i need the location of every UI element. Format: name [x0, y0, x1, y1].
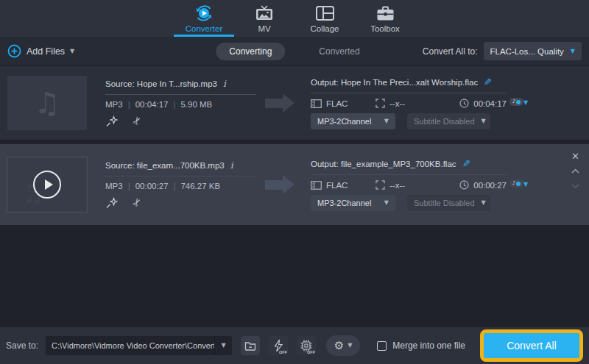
audio-track-value: MP3-2Channel — [317, 199, 371, 207]
out-format: FLAC — [326, 99, 348, 108]
convert-arrow-icon — [265, 175, 299, 194]
gear-icon: ⚙ — [334, 340, 344, 351]
path-caret-icon: ▼ — [214, 336, 232, 355]
rename-icon[interactable]: ✎ — [484, 76, 492, 88]
divider — [311, 174, 507, 175]
tab-converter[interactable]: Converter — [174, 0, 234, 37]
edit-effects-icon[interactable] — [105, 115, 118, 127]
clock-icon — [459, 180, 469, 190]
source-format: MP3 — [105, 100, 123, 109]
convert-all-to: Convert All to: FLAC-Los... Quality ▼ — [423, 42, 582, 60]
music-note-icon: ♫ — [34, 86, 60, 120]
format-caret-icon: ▼ — [523, 182, 528, 188]
toolbox-icon — [376, 4, 395, 22]
source-duration: 00:00:27 — [123, 182, 169, 190]
out-duration: 00:00:27 — [473, 181, 507, 190]
format-caret-icon: ▼ — [523, 100, 528, 106]
info-icon[interactable]: i — [230, 160, 233, 171]
info-icon[interactable]: i — [223, 79, 226, 89]
source-info: Source: Hope In T...rship.mp3 i MP3 00:0… — [105, 79, 256, 127]
out-duration: 00:04:17 — [473, 99, 507, 108]
tab-converter-label: Converter — [186, 24, 223, 33]
audio-track-select[interactable]: MP3-2Channel ▼ — [311, 195, 395, 211]
output-info: Output: file_example_MP3_700KB.flac ✎ — [311, 158, 507, 211]
tab-converted[interactable]: Converted — [306, 43, 373, 60]
output-format-button[interactable]: ♪ ♪ FLAC ▼ — [517, 100, 528, 106]
file-row-1[interactable]: ♫ Source: Hope In T...rship.mp3 i MP3 00… — [0, 66, 589, 140]
hardware-accel-button[interactable]: OFF — [269, 336, 288, 355]
output-info: Output: Hope In The Preci...xalt Worship… — [311, 76, 507, 129]
tab-mv-label: MV — [258, 24, 270, 33]
edit-effects-icon[interactable] — [105, 196, 118, 209]
output-profile-value: FLAC-Los... Quality — [490, 47, 564, 56]
source-meta: MP3 00:04:17 5.90 MB — [105, 100, 256, 109]
settings-button[interactable]: ⚙ ▼ — [326, 335, 360, 356]
divider — [105, 94, 256, 95]
divider — [311, 93, 507, 93]
source-size: 5.90 MB — [168, 100, 212, 109]
gpu-accel-off-label: OFF — [307, 350, 315, 354]
merge-into-one-file[interactable]: Merge into one file — [377, 340, 465, 351]
subtitle-caret-icon: ▼ — [482, 200, 486, 206]
out-dimensions: --x-- — [389, 99, 405, 108]
file-thumbnail[interactable]: ♫ — [7, 157, 87, 212]
source-duration: 00:04:17 — [123, 100, 169, 109]
converter-icon — [194, 4, 214, 22]
source-meta: MP3 00:00:27 746.27 KB — [105, 182, 256, 190]
file-list: ♫ Source: Hope In T...rship.mp3 i MP3 00… — [0, 66, 589, 327]
output-name: Output: file_example_MP3_700KB.flac — [311, 160, 456, 168]
save-path-value: C:\Vidmore\Vidmore Video Converter\Conve… — [46, 341, 214, 350]
source-size: 746.27 KB — [168, 182, 220, 190]
save-path-select[interactable]: C:\Vidmore\Vidmore Video Converter\Conve… — [46, 336, 232, 355]
subtitle-caret-icon: ▼ — [482, 118, 486, 124]
add-files-label: Add Files — [27, 46, 65, 57]
tab-toolbox[interactable]: Toolbox — [355, 0, 415, 37]
audio-check-badge: ♪ — [509, 179, 523, 188]
source-name: Source: file_exam...700KB.mp3 — [105, 161, 225, 170]
rename-icon[interactable]: ✎ — [462, 158, 470, 169]
output-name: Output: Hope In The Preci...xalt Worship… — [311, 78, 478, 87]
source-name: Source: Hope In T...rship.mp3 — [105, 79, 217, 88]
add-files-button[interactable]: Add Files ▼ — [7, 44, 74, 58]
collage-icon — [316, 4, 334, 22]
source-info: Source: file_exam...700KB.mp3 i MP3 00:0… — [105, 160, 256, 209]
file-thumbnail[interactable]: ♫ — [7, 76, 87, 130]
move-down-icon[interactable] — [571, 179, 579, 192]
file-row-2[interactable]: ♫ Source: file_exam...700KB.mp3 i MP3 00… — [0, 144, 589, 225]
queue-tabs: Converting Converted — [216, 43, 373, 60]
format-icon — [311, 99, 322, 108]
mv-icon — [255, 4, 274, 22]
convert-all-button[interactable]: Convert All — [480, 329, 583, 362]
tab-collage-label: Collage — [311, 24, 339, 33]
audio-caret-icon: ▼ — [384, 118, 389, 124]
tab-collage[interactable]: Collage — [294, 0, 355, 37]
clock-icon — [459, 99, 469, 108]
source-format: MP3 — [105, 182, 123, 190]
audio-caret-icon: ▼ — [384, 200, 389, 206]
open-folder-button[interactable] — [241, 336, 260, 355]
output-format-button[interactable]: ♪ ♪ FLAC ▼ — [517, 182, 528, 188]
subtitle-select[interactable]: Subtitle Disabled ▼ — [407, 195, 490, 211]
cut-icon[interactable]: ✂ — [130, 114, 144, 127]
add-plus-icon — [7, 44, 21, 58]
move-up-icon[interactable] — [571, 163, 579, 176]
tab-mv[interactable]: MV — [234, 0, 294, 37]
tab-converting[interactable]: Converting — [216, 43, 285, 60]
folder-icon — [244, 340, 256, 351]
bottom-bar: Save to: C:\Vidmore\Vidmore Video Conver… — [0, 327, 589, 364]
divider — [105, 176, 256, 176]
cut-icon[interactable]: ✂ — [130, 196, 144, 209]
subtitle-select[interactable]: Subtitle Disabled ▼ — [407, 113, 490, 129]
audio-check-badge: ♪ — [509, 98, 523, 106]
merge-checkbox[interactable] — [377, 341, 387, 351]
settings-caret-icon: ▼ — [348, 343, 352, 349]
gpu-accel-button[interactable]: OFF — [297, 336, 316, 355]
audio-track-select[interactable]: MP3-2Channel ▼ — [311, 113, 395, 129]
resolution-icon — [375, 180, 385, 190]
format-icon — [311, 181, 322, 190]
play-button[interactable] — [33, 171, 61, 199]
output-profile-select[interactable]: FLAC-Los... Quality ▼ — [484, 42, 582, 60]
audio-track-value: MP3-2Channel — [317, 117, 371, 126]
remove-file-icon[interactable]: ✕ — [571, 151, 579, 161]
top-nav: Converter MV Col — [0, 0, 589, 37]
